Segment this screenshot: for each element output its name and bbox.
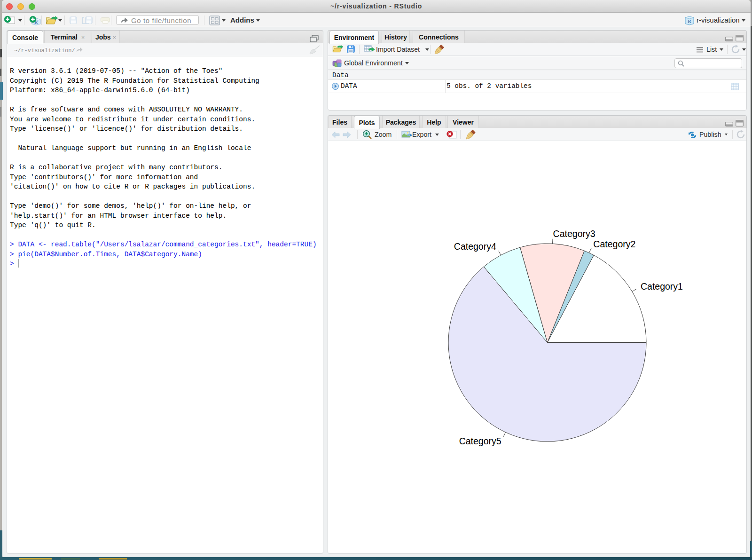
svg-text:Category5: Category5 (459, 436, 501, 446)
svg-text:Category2: Category2 (593, 239, 635, 249)
svg-text:Category1: Category1 (641, 281, 683, 292)
svg-text:R: R (688, 19, 691, 24)
svg-text:Category4: Category4 (454, 241, 496, 252)
svg-text:Category3: Category3 (553, 229, 595, 239)
